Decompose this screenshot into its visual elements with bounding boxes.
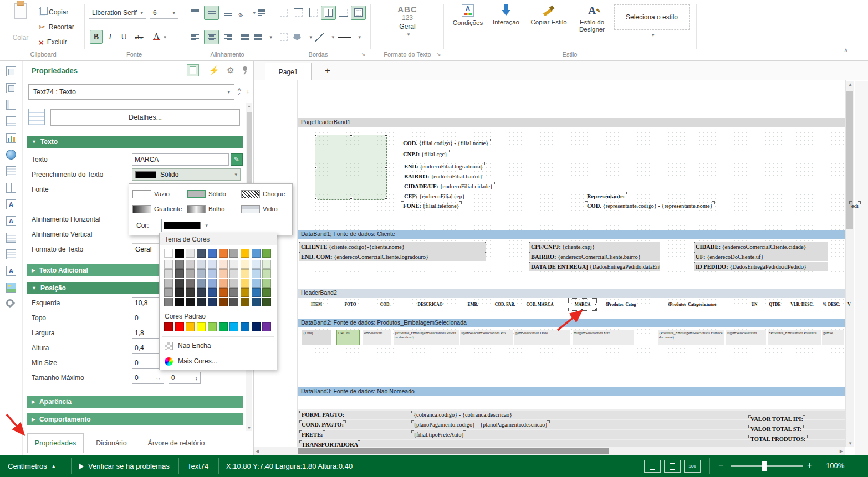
label-component-icon[interactable] (6, 199, 16, 209)
report-field[interactable]: CIDADE: {enderecoComercialCliente.cidade… (694, 242, 828, 252)
standard-color-swatch[interactable] (186, 322, 195, 331)
zoom-in-button[interactable]: + (807, 460, 812, 470)
report-field[interactable]: END. COM: {enderecoComercialCliente.logr… (299, 252, 486, 261)
strikethrough-button[interactable]: abc (131, 30, 147, 44)
tint-color-swatch[interactable] (252, 279, 261, 288)
text-component-icon[interactable] (6, 166, 16, 176)
borders-dialog-launcher-icon[interactable]: ↘ (361, 52, 366, 57)
tint-color-swatch[interactable] (164, 279, 173, 288)
selection-handle[interactable] (569, 303, 569, 306)
column-header[interactable]: EMB. (458, 299, 488, 310)
tint-color-swatch[interactable] (262, 279, 271, 288)
data-cell[interactable]: lagemSelecieleciona (726, 330, 766, 345)
italic-button[interactable]: I (104, 30, 116, 44)
tint-color-swatch[interactable] (186, 279, 195, 288)
text-format-button[interactable]: ABC 123 Geral ▾ (372, 4, 442, 37)
border-all-button[interactable] (321, 6, 336, 20)
theme-color-swatch[interactable] (241, 249, 249, 258)
standard-color-swatch[interactable] (208, 322, 217, 331)
data-cell[interactable]: {Line} (302, 330, 331, 345)
scroll-up-icon[interactable]: ▲ (246, 104, 252, 108)
tint-color-swatch[interactable] (175, 298, 184, 306)
text-wrap-button[interactable] (254, 6, 269, 20)
border-top-button[interactable] (291, 6, 306, 20)
column-header[interactable]: COD. (368, 299, 402, 310)
data-cell[interactable]: mlagemSelecionada.Forr (573, 330, 634, 345)
border-outside-button[interactable] (351, 6, 366, 20)
tint-color-swatch[interactable] (229, 288, 238, 297)
report-field[interactable]: CEP: {endrecoFilial.cep} (404, 192, 465, 201)
tint-color-swatch[interactable] (197, 269, 206, 278)
richtext-component-icon[interactable] (6, 266, 16, 276)
textbox-component-icon[interactable] (6, 216, 16, 226)
section-texto[interactable]: ▼Texto (27, 136, 243, 148)
border-left-button[interactable] (306, 6, 321, 20)
tint-color-swatch[interactable] (219, 269, 228, 278)
selection-handle[interactable] (581, 309, 584, 310)
column-header[interactable]: % DESC. (818, 299, 845, 310)
panel-mode-icon[interactable] (187, 64, 199, 76)
selection-handle[interactable] (385, 134, 387, 137)
font-family-select[interactable]: Liberation Serif ▾ (89, 7, 146, 19)
chevron-down-icon[interactable]: ▾ (650, 32, 655, 38)
report-field[interactable]: VALOR TOTAL IPI: (750, 415, 803, 424)
tint-color-swatch[interactable] (241, 288, 249, 297)
column-header[interactable]: {Produtos_Categoria.nome (640, 299, 745, 310)
report-field[interactable]: VALOR TOTAL ST: (750, 425, 801, 434)
selection-handle[interactable] (385, 197, 387, 200)
tint-color-swatch[interactable] (175, 288, 184, 297)
table-component-icon[interactable] (6, 183, 16, 193)
standard-color-swatch[interactable] (252, 322, 261, 331)
selection-handle[interactable] (595, 303, 596, 306)
cut-button[interactable]: ✂ Recortar (39, 21, 74, 33)
chart-component-icon[interactable] (6, 133, 16, 143)
tab-dicionario[interactable]: Dicionário (86, 433, 137, 453)
zoom-100-button[interactable]: 100 (684, 460, 701, 473)
selection-handle[interactable] (314, 134, 317, 137)
selection-handle[interactable] (569, 299, 569, 299)
data-cell[interactable]: agemSeleciemSelecionada.Pro (460, 330, 513, 345)
column-header[interactable]: COD. MARCA (522, 299, 558, 310)
align-right-button[interactable] (221, 30, 236, 44)
column-header[interactable]: COD. FAB. (489, 299, 521, 310)
theme-color-swatch[interactable] (252, 249, 261, 258)
report-field[interactable]: {filial.tipoFreteAuto} (413, 430, 464, 439)
conditions-button[interactable]: A Condições (450, 4, 486, 26)
report-field[interactable]: {cobranca.codigo} - {cobranca.descricao} (413, 411, 512, 419)
fill-type-dropdown[interactable]: Sólido ▾ (132, 168, 241, 181)
tint-color-swatch[interactable] (241, 279, 249, 288)
tint-color-swatch[interactable] (175, 279, 184, 288)
report-field[interactable]: TOTAL PRODUTOS: (750, 435, 805, 444)
align-justify-button[interactable] (237, 30, 252, 44)
tint-color-swatch[interactable] (229, 298, 238, 306)
page-width-button[interactable] (664, 460, 681, 473)
text-format-dialog-launcher-icon[interactable]: ↘ (437, 52, 441, 57)
report-field[interactable]: CLIENTE {cliente.codigo}-{cliente.nome} (299, 242, 486, 252)
image-placeholder[interactable] (315, 135, 387, 200)
zoom-slider[interactable] (731, 465, 803, 467)
tint-color-swatch[interactable] (241, 298, 249, 306)
report-field[interactable]: DATA DE ENTREGA] {DadosEntregaPedido.dat… (529, 262, 660, 271)
fill-option-hatch[interactable]: Choque (241, 188, 285, 199)
report-field[interactable]: BAIRRO: {endrecoFilial.bairro} (404, 172, 482, 181)
border-style-select[interactable]: ▾ (337, 30, 361, 44)
tint-color-swatch[interactable] (208, 279, 217, 288)
font-color-button[interactable]: A ▾ (150, 30, 170, 44)
tint-color-swatch[interactable] (229, 269, 238, 278)
align-middle-button[interactable] (204, 6, 219, 20)
scroll-up-icon[interactable]: ▲ (848, 82, 852, 87)
clipboard-panel-icon[interactable] (6, 66, 16, 76)
tint-color-swatch[interactable] (197, 298, 206, 306)
tint-color-swatch[interactable] (262, 288, 271, 297)
theme-color-swatch[interactable] (229, 249, 238, 258)
column-header[interactable]: {Produtos_Categ (603, 299, 639, 310)
tint-color-swatch[interactable] (208, 260, 217, 269)
fill-option-empty[interactable]: Vazio (132, 188, 170, 199)
report-field[interactable]: ID PEDIDO: {DadosEntregaPedido.idPedido} (694, 262, 828, 271)
report-field[interactable]: CPF/CNPJ: {cliente.cnpj} (529, 242, 660, 252)
report-field[interactable]: edi (851, 201, 859, 211)
band-data1-title[interactable]: DataBand1; Fonte de dados: Cliente (298, 230, 845, 239)
tint-color-swatch[interactable] (164, 269, 173, 278)
align-bottom-button[interactable] (221, 6, 236, 20)
fill-option-glare[interactable]: Brilho (187, 203, 224, 214)
